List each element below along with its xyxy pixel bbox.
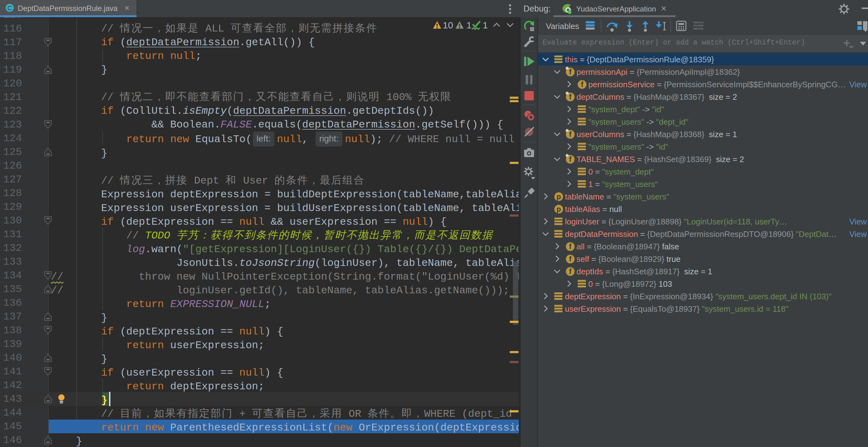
svg-text:f: f	[569, 130, 571, 138]
svg-text:p: p	[557, 193, 561, 201]
svg-text:f: f	[569, 68, 571, 76]
svg-text:f: f	[569, 93, 571, 101]
svg-text:p: p	[557, 205, 561, 213]
svg-text:f: f	[569, 155, 571, 163]
svg-text:f: f	[569, 243, 571, 251]
svg-text:f: f	[569, 267, 571, 276]
svg-text:f: f	[581, 81, 583, 89]
svg-text:C: C	[7, 5, 12, 11]
svg-text:f: f	[569, 255, 571, 263]
